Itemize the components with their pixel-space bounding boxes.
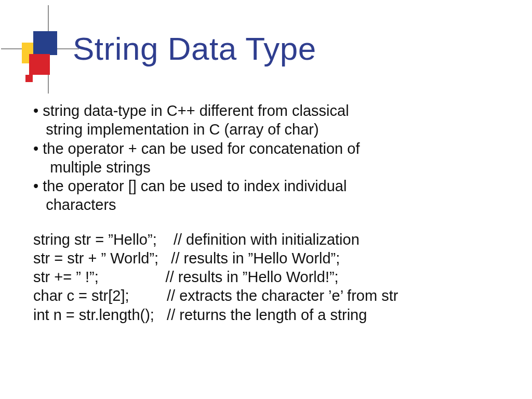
bullet-line: characters xyxy=(33,195,511,214)
code-line: char c = str[2]; // extracts the charact… xyxy=(33,286,511,305)
code-line: int n = str.length(); // returns the len… xyxy=(33,305,511,324)
bullet-line: • the operator + can be used for concate… xyxy=(33,139,511,158)
slide-title: String Data Type xyxy=(73,30,316,67)
slide: String Data Type • string data-type in C… xyxy=(0,0,532,399)
slide-body: • string data-type in C++ different from… xyxy=(33,101,511,324)
code-line: str += ” !”; // results in ”Hello World!… xyxy=(33,268,511,286)
bullet-line: • the operator [] can be used to index i… xyxy=(33,177,511,195)
bullet-line: • string data-type in C++ different from… xyxy=(33,101,511,120)
bullet-line: multiple strings xyxy=(33,158,511,177)
bullet-line: string implementation in C (array of cha… xyxy=(33,120,511,139)
code-line: str = str + ” World”; // results in ”Hel… xyxy=(33,249,511,268)
code-line: string str = ”Hello”; // definition with… xyxy=(33,230,511,249)
